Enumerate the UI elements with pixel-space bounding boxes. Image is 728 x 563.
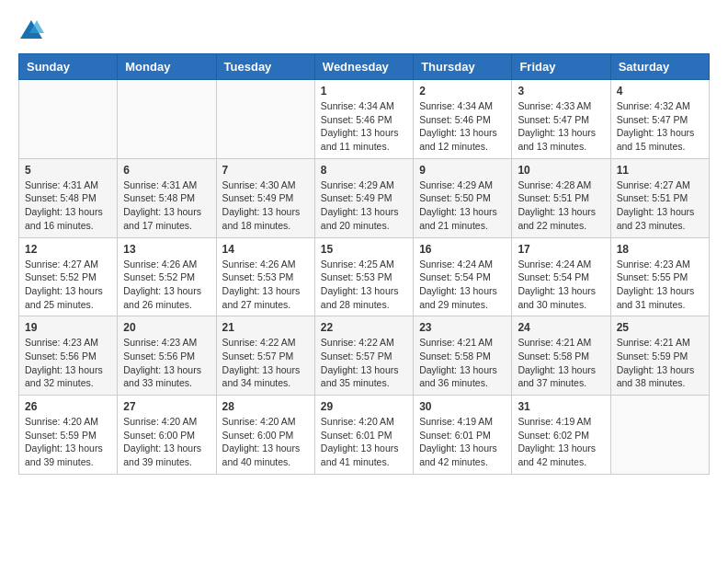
calendar-day-cell: 26Sunrise: 4:20 AM Sunset: 5:59 PM Dayli… <box>19 396 118 475</box>
calendar-day-cell <box>118 80 216 159</box>
day-number: 4 <box>617 85 703 98</box>
day-number: 21 <box>222 321 309 334</box>
calendar-day-cell: 30Sunrise: 4:19 AM Sunset: 6:01 PM Dayli… <box>414 396 512 475</box>
day-number: 2 <box>419 85 506 98</box>
day-info: Sunrise: 4:19 AM Sunset: 6:02 PM Dayligh… <box>518 415 604 469</box>
day-number: 26 <box>25 400 111 413</box>
day-number: 22 <box>321 321 407 334</box>
calendar-day-cell: 22Sunrise: 4:22 AM Sunset: 5:57 PM Dayli… <box>314 316 413 396</box>
header-monday: Monday <box>118 54 216 80</box>
header-sunday: Sunday <box>19 54 118 80</box>
day-number: 14 <box>222 243 309 256</box>
day-number: 9 <box>419 164 506 177</box>
calendar-week-row: 1Sunrise: 4:34 AM Sunset: 5:46 PM Daylig… <box>19 80 710 159</box>
calendar-week-row: 26Sunrise: 4:20 AM Sunset: 5:59 PM Dayli… <box>19 396 710 475</box>
day-info: Sunrise: 4:22 AM Sunset: 5:57 PM Dayligh… <box>321 336 407 390</box>
day-number: 1 <box>321 85 407 98</box>
calendar-day-cell: 5Sunrise: 4:31 AM Sunset: 5:48 PM Daylig… <box>19 158 118 237</box>
day-info: Sunrise: 4:21 AM Sunset: 5:59 PM Dayligh… <box>617 336 703 390</box>
day-info: Sunrise: 4:34 AM Sunset: 5:46 PM Dayligh… <box>321 99 407 154</box>
calendar-day-cell: 8Sunrise: 4:29 AM Sunset: 5:49 PM Daylig… <box>314 158 413 237</box>
day-info: Sunrise: 4:20 AM Sunset: 6:00 PM Dayligh… <box>222 415 309 469</box>
day-number: 18 <box>617 243 703 256</box>
calendar-day-cell: 18Sunrise: 4:23 AM Sunset: 5:55 PM Dayli… <box>610 237 709 316</box>
day-info: Sunrise: 4:26 AM Sunset: 5:53 PM Dayligh… <box>222 258 309 312</box>
day-info: Sunrise: 4:30 AM Sunset: 5:49 PM Dayligh… <box>222 178 309 233</box>
day-number: 11 <box>617 164 703 177</box>
day-info: Sunrise: 4:20 AM Sunset: 6:00 PM Dayligh… <box>123 415 210 469</box>
calendar-week-row: 5Sunrise: 4:31 AM Sunset: 5:48 PM Daylig… <box>19 158 710 237</box>
day-number: 29 <box>321 400 407 413</box>
day-number: 5 <box>25 164 111 177</box>
day-number: 30 <box>419 400 506 413</box>
calendar-day-cell: 24Sunrise: 4:21 AM Sunset: 5:58 PM Dayli… <box>512 316 610 396</box>
calendar-day-cell: 9Sunrise: 4:29 AM Sunset: 5:50 PM Daylig… <box>414 158 512 237</box>
calendar-day-cell: 7Sunrise: 4:30 AM Sunset: 5:49 PM Daylig… <box>216 158 314 237</box>
day-number: 25 <box>617 321 703 334</box>
calendar-day-cell: 1Sunrise: 4:34 AM Sunset: 5:46 PM Daylig… <box>314 80 413 159</box>
day-info: Sunrise: 4:33 AM Sunset: 5:47 PM Dayligh… <box>518 99 604 154</box>
day-info: Sunrise: 4:24 AM Sunset: 5:54 PM Dayligh… <box>518 258 604 312</box>
day-info: Sunrise: 4:28 AM Sunset: 5:51 PM Dayligh… <box>518 178 604 233</box>
header-thursday: Thursday <box>414 54 512 80</box>
day-number: 15 <box>321 243 407 256</box>
calendar-day-cell: 15Sunrise: 4:25 AM Sunset: 5:53 PM Dayli… <box>314 237 413 316</box>
day-number: 13 <box>123 243 210 256</box>
calendar-table: Sunday Monday Tuesday Wednesday Thursday… <box>18 53 710 475</box>
day-number: 10 <box>518 164 604 177</box>
day-info: Sunrise: 4:19 AM Sunset: 6:01 PM Dayligh… <box>419 415 506 469</box>
day-number: 24 <box>518 321 604 334</box>
day-number: 19 <box>25 321 111 334</box>
day-info: Sunrise: 4:31 AM Sunset: 5:48 PM Dayligh… <box>25 178 111 233</box>
calendar-day-cell: 14Sunrise: 4:26 AM Sunset: 5:53 PM Dayli… <box>216 237 314 316</box>
day-info: Sunrise: 4:22 AM Sunset: 5:57 PM Dayligh… <box>222 336 309 390</box>
calendar-day-cell: 20Sunrise: 4:23 AM Sunset: 5:56 PM Dayli… <box>118 316 216 396</box>
header-wednesday: Wednesday <box>314 54 413 80</box>
calendar-day-cell: 3Sunrise: 4:33 AM Sunset: 5:47 PM Daylig… <box>512 80 610 159</box>
calendar-day-cell <box>19 80 118 159</box>
day-info: Sunrise: 4:25 AM Sunset: 5:53 PM Dayligh… <box>321 258 407 312</box>
day-info: Sunrise: 4:27 AM Sunset: 5:52 PM Dayligh… <box>25 258 111 312</box>
day-number: 20 <box>123 321 210 334</box>
day-number: 16 <box>419 243 506 256</box>
day-info: Sunrise: 4:23 AM Sunset: 5:56 PM Dayligh… <box>123 336 210 390</box>
day-number: 28 <box>222 400 309 413</box>
header-friday: Friday <box>512 54 610 80</box>
calendar-day-cell: 31Sunrise: 4:19 AM Sunset: 6:02 PM Dayli… <box>512 396 610 475</box>
day-info: Sunrise: 4:32 AM Sunset: 5:47 PM Dayligh… <box>617 99 703 154</box>
calendar-day-cell: 21Sunrise: 4:22 AM Sunset: 5:57 PM Dayli… <box>216 316 314 396</box>
calendar-day-cell: 25Sunrise: 4:21 AM Sunset: 5:59 PM Dayli… <box>610 316 709 396</box>
calendar-day-cell: 29Sunrise: 4:20 AM Sunset: 6:01 PM Dayli… <box>314 396 413 475</box>
page-header <box>18 18 710 44</box>
day-info: Sunrise: 4:21 AM Sunset: 5:58 PM Dayligh… <box>419 336 506 390</box>
day-info: Sunrise: 4:34 AM Sunset: 5:46 PM Dayligh… <box>419 99 506 154</box>
day-number: 27 <box>123 400 210 413</box>
day-info: Sunrise: 4:31 AM Sunset: 5:48 PM Dayligh… <box>123 178 210 233</box>
calendar-week-row: 19Sunrise: 4:23 AM Sunset: 5:56 PM Dayli… <box>19 316 710 396</box>
day-number: 17 <box>518 243 604 256</box>
day-info: Sunrise: 4:26 AM Sunset: 5:52 PM Dayligh… <box>123 258 210 312</box>
calendar-week-row: 12Sunrise: 4:27 AM Sunset: 5:52 PM Dayli… <box>19 237 710 316</box>
logo-icon <box>18 18 44 44</box>
header-saturday: Saturday <box>610 54 709 80</box>
day-info: Sunrise: 4:23 AM Sunset: 5:56 PM Dayligh… <box>25 336 111 390</box>
calendar-day-cell: 10Sunrise: 4:28 AM Sunset: 5:51 PM Dayli… <box>512 158 610 237</box>
day-number: 31 <box>518 400 604 413</box>
day-info: Sunrise: 4:29 AM Sunset: 5:50 PM Dayligh… <box>419 178 506 233</box>
calendar-day-cell <box>216 80 314 159</box>
day-number: 23 <box>419 321 506 334</box>
day-number: 7 <box>222 164 309 177</box>
day-info: Sunrise: 4:24 AM Sunset: 5:54 PM Dayligh… <box>419 258 506 312</box>
day-number: 3 <box>518 85 604 98</box>
day-info: Sunrise: 4:27 AM Sunset: 5:51 PM Dayligh… <box>617 178 703 233</box>
calendar-day-cell: 12Sunrise: 4:27 AM Sunset: 5:52 PM Dayli… <box>19 237 118 316</box>
day-number: 8 <box>321 164 407 177</box>
calendar-day-cell: 11Sunrise: 4:27 AM Sunset: 5:51 PM Dayli… <box>610 158 709 237</box>
calendar-day-cell <box>610 396 709 475</box>
day-number: 12 <box>25 243 111 256</box>
day-info: Sunrise: 4:20 AM Sunset: 6:01 PM Dayligh… <box>321 415 407 469</box>
calendar-day-cell: 19Sunrise: 4:23 AM Sunset: 5:56 PM Dayli… <box>19 316 118 396</box>
calendar-day-cell: 23Sunrise: 4:21 AM Sunset: 5:58 PM Dayli… <box>414 316 512 396</box>
calendar-day-cell: 2Sunrise: 4:34 AM Sunset: 5:46 PM Daylig… <box>414 80 512 159</box>
day-info: Sunrise: 4:23 AM Sunset: 5:55 PM Dayligh… <box>617 258 703 312</box>
